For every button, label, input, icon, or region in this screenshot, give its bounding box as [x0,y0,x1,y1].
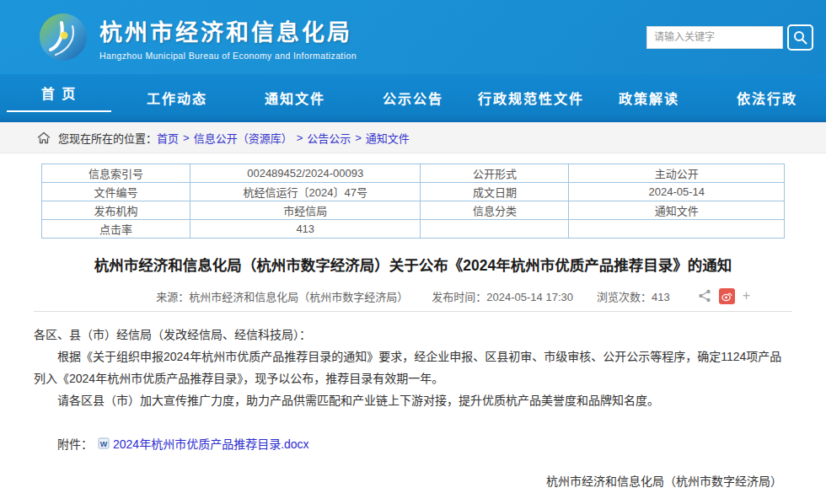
breadcrumb-link-home[interactable]: 首页 [157,130,179,146]
info-value [569,220,785,239]
table-row: 发布机构 市经信局 信息分类 通知文件 [42,201,785,220]
nav-item-label: 公示公告 [383,88,443,108]
breadcrumb: 您现在所在的位置： 首页 > 信息公开（资源库） > 公告公示 > 通知文件 [0,122,826,153]
article-meta: 来源：杭州市经济和信息化局（杭州市数字经济局） 发布时间：2024-05-14 … [34,287,792,305]
info-value: 杭经信运行〔2024〕47号 [190,183,421,201]
weibo-share-icon[interactable] [719,288,735,304]
signature-date: 2024年5月13日 [34,501,782,504]
share-toolbar: + [698,287,750,305]
breadcrumb-separator: > [355,131,362,144]
nav-item-regulatory-documents[interactable]: 行政规范性文件 [472,74,590,121]
nav-item-law-based-admin[interactable]: 依法行政 [708,74,826,121]
info-value: 通知文件 [569,201,785,220]
info-label: 公开形式 [421,164,569,183]
article-body: 各区、县（市）经信局（发改经信局、经信科技局）： 根据《关于组织申报2024年杭… [34,324,792,411]
main-nav: 首 页 工作动态 通知文件 公示公告 行政规范性文件 政策解读 依法行政 [0,74,826,122]
search-button[interactable] [787,24,813,51]
table-row: 点击率 413 [42,220,785,239]
article-view-count: 浏览次数：413 [597,288,670,304]
breadcrumb-separator: > [183,131,190,144]
site-logo[interactable] [39,13,88,62]
globe-logo-icon [39,13,88,62]
breadcrumb-link-info-disclosure[interactable]: 信息公开（资源库） [194,130,292,146]
table-row: 文件编号 杭经信运行〔2024〕47号 成文日期 2024-05-14 [42,183,785,201]
breadcrumb-separator: > [297,131,303,144]
breadcrumb-link-notices[interactable]: 通知文件 [366,130,410,146]
nav-item-home[interactable]: 首 页 [0,74,118,121]
breadcrumb-link-announcements[interactable]: 公告公示 [307,130,351,146]
signature-agency: 杭州市经济和信息化局（杭州市数字经济局） [34,472,782,489]
attachment-link[interactable]: 2024年杭州市优质产品推荐目录.docx [113,435,309,452]
nav-item-policy-interpretation[interactable]: 政策解读 [590,74,708,121]
search-icon [793,30,807,45]
info-value: 002489452/2024-00093 [190,164,421,183]
nav-item-label: 依法行政 [737,88,797,108]
paragraph-salutation: 各区、县（市）经信局（发改经信局、经信科技局）： [34,324,792,346]
header-search [646,24,813,51]
page-title: 杭州市经济和信息化局（杭州市数字经济局）关于公布《2024年杭州市优质产品推荐目… [34,254,792,275]
info-label: 信息分类 [421,201,569,220]
paragraph-request: 请各区县（市）加大宣传推广力度，助力产品供需匹配和产业链上下游对接，提升优质杭产… [34,389,792,411]
nav-item-work-news[interactable]: 工作动态 [118,74,236,121]
info-label: 点击率 [42,220,190,239]
search-input[interactable] [646,26,783,49]
nav-item-announcements[interactable]: 公示公告 [354,74,472,121]
info-label: 成文日期 [421,183,569,201]
attachment-label: 附件： [57,435,93,452]
breadcrumb-prefix: 您现在所在的位置： [58,130,157,146]
active-tab-underline [7,110,111,112]
document-info-table: 信息索引号 002489452/2024-00093 公开形式 主动公开 文件编… [41,164,785,239]
info-label: 信息索引号 [42,164,190,183]
info-value: 413 [190,220,421,239]
site-subtitle: Hangzhou Municipal Bureau of Economy and… [99,51,357,61]
site-titles: 杭州市经济和信息化局 Hangzhou Municipal Bureau of … [99,14,357,61]
site-title: 杭州市经济和信息化局 [99,14,357,47]
nav-item-label: 政策解读 [619,88,679,108]
meta-divider [34,311,792,312]
table-row: 信息索引号 002489452/2024-00093 公开形式 主动公开 [42,164,785,183]
nav-item-label: 行政规范性文件 [478,88,584,108]
site-header: 杭州市经济和信息化局 Hangzhou Municipal Bureau of … [0,0,826,74]
nav-item-notices[interactable]: 通知文件 [236,74,354,121]
attachment-row: 附件： W 2024年杭州市优质产品推荐目录.docx [34,435,792,452]
paragraph-main: 根据《关于组织申报2024年杭州市优质产品推荐目录的通知》要求，经企业申报、区县… [34,346,792,389]
nav-item-label: 工作动态 [147,88,207,108]
svg-text:W: W [100,440,108,448]
info-value: 主动公开 [569,164,785,183]
home-icon[interactable] [37,131,51,144]
share-icon[interactable] [698,289,711,303]
info-label: 发布机构 [42,201,190,220]
more-share-button[interactable]: + [743,289,750,303]
nav-item-label: 首 页 [41,83,77,103]
info-label: 文件编号 [42,183,190,201]
nav-item-label: 通知文件 [265,88,325,108]
signature-block: 杭州市经济和信息化局（杭州市数字经济局） 2024年5月13日 [34,472,792,504]
info-label [421,220,569,239]
word-document-icon: W [98,437,110,449]
info-value: 2024-05-14 [569,183,785,201]
article-source: 来源：杭州市经济和信息化局（杭州市数字经济局） [156,288,408,304]
article-page: 信息索引号 002489452/2024-00093 公开形式 主动公开 文件编… [0,153,826,504]
info-value: 市经信局 [190,201,421,220]
article-publish-time: 发布时间：2024-05-14 17:30 [432,288,573,304]
